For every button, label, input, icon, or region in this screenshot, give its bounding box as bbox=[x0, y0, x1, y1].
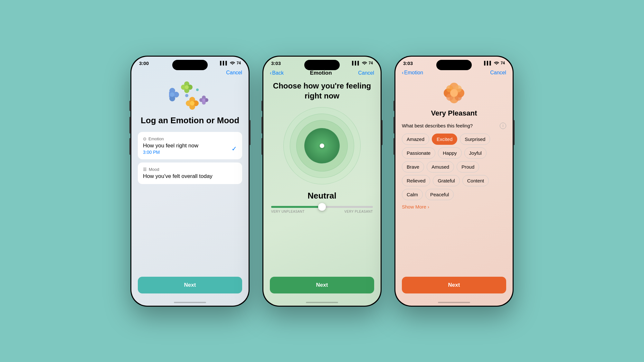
wheel-handle[interactable] bbox=[320, 144, 324, 148]
emotion-tags: AmazedExcitedSurprisedPassionateHappyJoy… bbox=[402, 134, 506, 200]
emotion-option-header: ⊙ Emotion bbox=[143, 136, 237, 141]
back-chevron-icon: ‹ bbox=[270, 70, 271, 76]
status-icons-1: ▌▌▌ 74 bbox=[220, 61, 241, 66]
emotion-option-text: How you feel right now 3:00 PM bbox=[143, 143, 198, 155]
svg-point-15 bbox=[185, 94, 188, 97]
next-button-2[interactable]: Next bbox=[270, 277, 374, 293]
screen1-title: Log an Emotion or Mood bbox=[141, 116, 239, 125]
home-indicator-1 bbox=[174, 302, 206, 303]
feeling-title: Choose how you're feelingright now bbox=[273, 81, 371, 101]
next-button-1[interactable]: Next bbox=[138, 277, 242, 293]
emotion-tag-relieved[interactable]: Relieved bbox=[402, 175, 430, 186]
pleasant-title: Very Pleasant bbox=[402, 109, 506, 117]
status-time-3: 3:03 bbox=[403, 60, 413, 66]
battery-icon-2: 74 bbox=[369, 61, 373, 65]
battery-icon-3: 74 bbox=[501, 61, 505, 65]
screen1-content: Log an Emotion or Mood ⊙ Emotion How you… bbox=[131, 77, 249, 300]
slider-container: VERY UNPLEASANT VERY PLEASANT bbox=[270, 206, 374, 213]
home-indicator-2 bbox=[306, 302, 338, 303]
emotion-wheel bbox=[283, 107, 361, 184]
emotion-tag-peaceful[interactable]: Peaceful bbox=[425, 189, 454, 200]
flower-cluster-svg bbox=[169, 80, 211, 112]
svg-point-4 bbox=[170, 92, 175, 97]
mood-type-label: Mood bbox=[149, 167, 159, 172]
emotion-tag-amazed[interactable]: Amazed bbox=[402, 134, 429, 145]
emotion-tag-joyful[interactable]: Joyful bbox=[464, 147, 487, 159]
wifi-icon-2 bbox=[362, 61, 367, 66]
pleasant-flower-svg bbox=[441, 80, 467, 106]
next-button-3[interactable]: Next bbox=[402, 277, 506, 293]
emotion-tag-content[interactable]: Content bbox=[462, 175, 489, 186]
phone-1: 3:00 ▌▌▌ 74 Cancel bbox=[130, 56, 250, 307]
emotion-time: 3:00 PM bbox=[143, 150, 198, 155]
signal-icon-2: ▌▌▌ bbox=[352, 61, 360, 65]
back-button-2[interactable]: ‹ Back bbox=[270, 70, 284, 76]
status-icons-3: ▌▌▌ 74 bbox=[484, 61, 505, 66]
mood-option[interactable]: ☰ Mood How you've felt overall today bbox=[138, 162, 242, 184]
emotion-checkmark: ✓ bbox=[232, 145, 237, 153]
slider-fill bbox=[271, 206, 322, 208]
dynamic-island-2 bbox=[304, 60, 340, 70]
dynamic-island-3 bbox=[436, 60, 472, 70]
emotion-type-label: Emotion bbox=[148, 136, 164, 141]
slider-thumb[interactable] bbox=[318, 203, 326, 211]
dynamic-island-1 bbox=[172, 60, 208, 70]
mood-option-header: ☰ Mood bbox=[143, 167, 237, 172]
back-label-2: Back bbox=[272, 70, 284, 76]
mood-icon: ☰ bbox=[143, 167, 147, 172]
cancel-button-3[interactable]: Cancel bbox=[490, 70, 506, 76]
status-icons-2: ▌▌▌ 74 bbox=[352, 61, 373, 66]
phone-3: 3:03 ▌▌▌ 74 ‹ Emotion Cancel bbox=[394, 56, 514, 307]
svg-point-30 bbox=[450, 89, 458, 97]
slider-track[interactable] bbox=[271, 206, 373, 208]
svg-point-20 bbox=[202, 98, 205, 102]
emotion-tag-brave[interactable]: Brave bbox=[402, 161, 424, 172]
signal-icon-3: ▌▌▌ bbox=[484, 61, 492, 65]
pleasant-flower bbox=[441, 80, 467, 106]
nav-title-2: Emotion bbox=[310, 70, 332, 76]
emotion-tag-passionate[interactable]: Passionate bbox=[402, 147, 435, 159]
back-label-3: Emotion bbox=[404, 70, 423, 76]
battery-icon-1: 74 bbox=[237, 61, 241, 65]
describe-row: What best describes this feeling? i bbox=[402, 123, 506, 129]
svg-point-21 bbox=[196, 88, 199, 91]
status-time-2: 3:03 bbox=[271, 60, 281, 66]
slider-left-label: VERY UNPLEASANT bbox=[271, 210, 305, 213]
emotion-tag-proud[interactable]: Proud bbox=[457, 161, 479, 172]
back-chevron-icon-3: ‹ bbox=[402, 70, 403, 76]
emotion-tag-surprised[interactable]: Surprised bbox=[460, 134, 490, 145]
home-indicator-3 bbox=[438, 302, 470, 303]
emotion-option-row: How you feel right now 3:00 PM ✓ bbox=[143, 143, 237, 155]
svg-point-14 bbox=[190, 101, 194, 106]
cancel-button-1[interactable]: Cancel bbox=[226, 70, 242, 76]
svg-point-9 bbox=[185, 85, 189, 89]
signal-icon-1: ▌▌▌ bbox=[220, 61, 228, 65]
wifi-icon-1 bbox=[230, 61, 235, 66]
slider-right-label: VERY PLEASANT bbox=[345, 210, 373, 213]
screen3-content: Very Pleasant What best describes this f… bbox=[395, 77, 513, 300]
mood-description: How you've felt overall today bbox=[143, 173, 237, 180]
status-time-1: 3:00 bbox=[139, 60, 149, 66]
screen2-content: Choose how you're feelingright now Neutr… bbox=[263, 78, 381, 300]
emotion-label: Neutral bbox=[308, 191, 336, 201]
flower-cluster bbox=[169, 80, 211, 112]
emotion-option[interactable]: ⊙ Emotion How you feel right now 3:00 PM… bbox=[138, 132, 242, 159]
emotion-tag-excited[interactable]: Excited bbox=[432, 134, 457, 145]
phone-2: 3:03 ▌▌▌ 74 ‹ Back Emotion Cancel Choose… bbox=[262, 56, 382, 307]
show-more-chevron: › bbox=[428, 204, 429, 209]
emotion-tag-amused[interactable]: Amused bbox=[427, 161, 454, 172]
emotion-tag-happy[interactable]: Happy bbox=[438, 147, 461, 159]
emotion-tag-calm[interactable]: Calm bbox=[402, 189, 423, 200]
describe-label: What best describes this feeling? bbox=[402, 123, 473, 128]
wifi-icon-3 bbox=[494, 61, 499, 66]
emotion-icon: ⊙ bbox=[143, 136, 147, 141]
show-more-button[interactable]: Show More › bbox=[402, 204, 506, 209]
cancel-button-2[interactable]: Cancel bbox=[358, 70, 374, 76]
info-icon[interactable]: i bbox=[500, 123, 506, 129]
emotion-description: How you feel right now bbox=[143, 143, 198, 149]
back-button-3[interactable]: ‹ Emotion bbox=[402, 70, 423, 76]
emotion-tag-grateful[interactable]: Grateful bbox=[433, 175, 459, 186]
show-more-label: Show More bbox=[402, 204, 426, 209]
